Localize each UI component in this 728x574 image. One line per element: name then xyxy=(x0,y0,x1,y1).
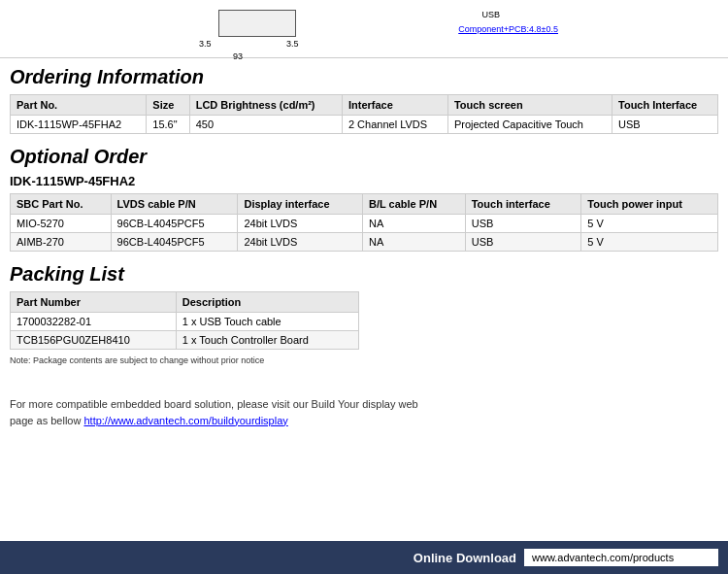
table-cell: AIMB-270 xyxy=(11,233,112,252)
packing-title: Packing List xyxy=(10,263,718,286)
opt-col-lvds: LVDS cable P/N xyxy=(111,194,238,215)
bottom-bar: Online Download xyxy=(0,541,728,574)
opt-col-touch-power: Touch power input xyxy=(581,194,718,215)
col-touch-interface: Touch Interface xyxy=(612,95,718,116)
footer-line1: For more compatible embedded board solut… xyxy=(10,398,418,410)
packing-note: Note: Package contents are subject to ch… xyxy=(0,354,728,367)
ordering-header-row: Part No. Size LCD Brightness (cd/m²) Int… xyxy=(11,95,718,116)
packing-table: Part Number Description 1700032282-011 x… xyxy=(10,291,359,350)
pack-col-desc: Description xyxy=(176,292,358,313)
table-row: AIMB-27096CB-L4045PCF524bit LVDSNAUSB5 V xyxy=(11,233,718,252)
table-cell: 1700032282-01 xyxy=(11,313,177,331)
table-cell: 96CB-L4045PCF5 xyxy=(111,215,238,233)
table-cell: 5 V xyxy=(581,215,718,233)
table-cell: 24bit LVDS xyxy=(238,215,363,233)
online-download-label: Online Download xyxy=(414,551,516,565)
col-brightness: LCD Brightness (cd/m²) xyxy=(189,95,342,116)
ordering-table: Part No. Size LCD Brightness (cd/m²) Int… xyxy=(10,94,718,134)
opt-col-display: Display interface xyxy=(238,194,363,215)
opt-col-bl: B/L cable P/N xyxy=(362,194,465,215)
diagram-shape xyxy=(218,10,296,37)
optional-header-row: SBC Part No. LVDS cable P/N Display inte… xyxy=(11,194,718,215)
table-cell: 15.6" xyxy=(147,116,189,134)
table-row: TCB156PGU0ZEH84101 x Touch Controller Bo… xyxy=(11,331,359,350)
packing-section: Packing List Part Number Description 170… xyxy=(0,255,728,354)
table-cell: 1 x USB Touch cable xyxy=(176,313,358,331)
opt-col-touch-if: Touch interface xyxy=(465,194,581,215)
table-cell: MIO-5270 xyxy=(11,215,112,233)
table-cell: 96CB-L4045PCF5 xyxy=(111,233,238,252)
table-cell: 1 x Touch Controller Board xyxy=(176,331,358,350)
usb-label: USB xyxy=(481,10,500,19)
table-cell: USB xyxy=(465,233,581,252)
table-cell: USB xyxy=(465,215,581,233)
table-cell: 450 xyxy=(189,116,342,134)
optional-table: SBC Part No. LVDS cable P/N Display inte… xyxy=(10,193,718,252)
table-row: IDK-1115WP-45FHA215.6"4502 Channel LVDSP… xyxy=(11,116,718,134)
packing-header-row: Part Number Description xyxy=(11,292,359,313)
footer-line2: page as bellow xyxy=(10,415,83,426)
table-cell: NA xyxy=(362,233,465,252)
component-label: Component+PCB:4.8±0.5 xyxy=(458,24,558,34)
table-cell: 5 V xyxy=(581,233,718,252)
optional-subtitle: IDK-1115WP-45FHA2 xyxy=(10,174,718,188)
pack-col-part: Part Number xyxy=(11,292,177,313)
col-interface: Interface xyxy=(342,95,447,116)
diagram-area: USB Component+PCB:4.8±0.5 3.5 3.5 93 xyxy=(0,0,728,58)
col-part-no: Part No. xyxy=(11,95,147,116)
table-cell: Projected Capacitive Touch xyxy=(447,116,612,134)
table-cell: IDK-1115WP-45FHA2 xyxy=(11,116,147,134)
table-cell: 2 Channel LVDS xyxy=(342,116,447,134)
col-touch-screen: Touch screen xyxy=(447,95,612,116)
ordering-section: Ordering Information Part No. Size LCD B… xyxy=(0,58,728,138)
table-row: 1700032282-011 x USB Touch cable xyxy=(11,313,359,331)
table-cell: 24bit LVDS xyxy=(238,233,363,252)
table-cell: NA xyxy=(362,215,465,233)
table-row: MIO-527096CB-L4045PCF524bit LVDSNAUSB5 V xyxy=(11,215,718,233)
online-download-url[interactable] xyxy=(524,549,718,566)
col-size: Size xyxy=(147,95,189,116)
table-cell: TCB156PGU0ZEH8410 xyxy=(11,331,177,350)
footer-text: For more compatible embedded board solut… xyxy=(0,367,728,438)
optional-section: Optional Order IDK-1115WP-45FHA2 SBC Par… xyxy=(0,138,728,255)
dim-35-left: 3.5 xyxy=(199,39,212,49)
footer-link[interactable]: http://www.advantech.com/buildyourdispla… xyxy=(83,415,287,426)
table-cell: USB xyxy=(612,116,718,134)
optional-title: Optional Order xyxy=(10,146,718,168)
dim-93: 93 xyxy=(233,51,243,61)
dim-35-right: 3.5 xyxy=(286,39,299,49)
opt-col-sbc: SBC Part No. xyxy=(11,194,112,215)
ordering-title: Ordering Information xyxy=(10,66,718,88)
